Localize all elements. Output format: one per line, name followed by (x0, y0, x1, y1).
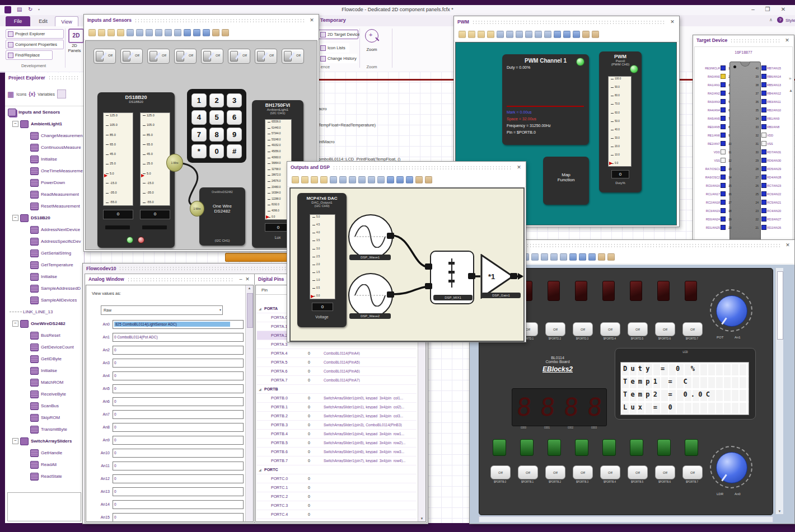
toolbar-icon[interactable] (165, 29, 172, 36)
board-push-button[interactable]: Off (600, 322, 620, 336)
digital-pin-row[interactable]: PORTA.7 0 ComboBL0114(PinA7) (257, 376, 417, 385)
board-push-button[interactable]: Off (600, 465, 620, 479)
slide-switch[interactable]: Off (255, 49, 277, 64)
digital-pin-row[interactable]: PORTC (257, 465, 417, 474)
analog-value-input[interactable]: 0 (113, 410, 244, 419)
toolbar-icon[interactable] (396, 176, 404, 183)
toolbar-icon[interactable] (497, 31, 504, 38)
slide-switch[interactable]: Off (93, 49, 116, 64)
digital-pin-row[interactable]: PORTB.6 0 SwitchArraySlider1(pin6), keyp… (257, 448, 417, 456)
keypad-key[interactable]: 2 (209, 93, 225, 107)
toolbar-icon[interactable] (212, 29, 219, 36)
toolbar-icon[interactable] (301, 176, 308, 183)
board-push-button[interactable]: Off (490, 465, 511, 479)
toolbar-icon[interactable] (487, 31, 494, 38)
tree-item[interactable]: AmbientLight1 (5, 118, 84, 130)
pin-pad[interactable] (721, 65, 726, 70)
board-push-button[interactable]: Off (628, 465, 648, 479)
drag-dots[interactable] (333, 166, 513, 170)
pin-pad[interactable] (721, 200, 726, 205)
tree-item[interactable]: MatchROM (5, 376, 84, 388)
pin-pad[interactable] (761, 141, 766, 146)
digital-pin-row[interactable]: PORTC.3 0 (257, 501, 417, 510)
toolbar-icon[interactable] (184, 29, 191, 36)
pin-pad[interactable] (721, 225, 726, 230)
expander-icon[interactable] (12, 215, 18, 221)
toolbar-icon[interactable] (554, 31, 561, 38)
pwm-channel-block[interactable]: PWM Channel 1 Duty = 0.00% Mark = 0.00us… (502, 54, 589, 145)
thermometer-slider-2[interactable]: 125.0105.085.065.045.025.05.0-15.0-35.0-… (140, 112, 170, 206)
toolbar-icon[interactable] (573, 31, 580, 38)
board-push-button[interactable]: Off (655, 465, 675, 479)
slider-marker[interactable] (609, 162, 612, 165)
tab-edit[interactable]: Edit (34, 16, 53, 26)
toolbar-icon[interactable] (579, 253, 586, 261)
onewire-pad[interactable]: 1-Wire (166, 154, 183, 172)
pin-pad[interactable] (721, 82, 726, 87)
tree-item[interactable]: Inputs and Sensors (5, 106, 84, 118)
board-push-button[interactable]: Off (655, 322, 675, 336)
pin-pad[interactable] (761, 216, 766, 222)
board-push-button[interactable]: Off (573, 465, 593, 479)
toolbar-icon[interactable] (560, 253, 567, 261)
macros-view-icon[interactable] (57, 90, 66, 98)
close-icon[interactable]: ✕ (516, 164, 522, 170)
pin-pad[interactable] (761, 124, 766, 129)
keypad-key[interactable]: 6 (227, 110, 242, 124)
tree-item[interactable]: GetIDByte (5, 353, 84, 365)
toolbar-icon[interactable] (107, 29, 115, 36)
digital-pin-row[interactable]: PORTB.5 0 SwitchArraySlider1(pin5), keyp… (257, 439, 417, 448)
scroll-down-icon[interactable]: ▼ (418, 517, 425, 520)
digital-pin-row[interactable]: PORTB.0 0 SwitchArraySlider1(pin0), keyp… (257, 394, 417, 403)
pin-pad[interactable] (761, 107, 766, 112)
toolbar-icon[interactable] (459, 31, 466, 38)
analog-value-input[interactable]: 0 (113, 487, 244, 496)
tree-item[interactable]: DS18B20 (5, 212, 84, 224)
toolbar-icon[interactable] (468, 31, 475, 38)
toolbar-icon[interactable] (531, 253, 539, 261)
close-icon[interactable]: ✕ (784, 37, 791, 43)
find-replace-button[interactable]: Find/Replace (6, 50, 53, 60)
tree-item[interactable]: Initialise (5, 271, 84, 283)
h-scrollbar[interactable] (479, 516, 773, 522)
keypad-key[interactable]: 5 (209, 110, 225, 124)
scrollbar[interactable]: ▼ (775, 268, 783, 514)
pin-pad[interactable] (761, 166, 766, 171)
pin-pad[interactable] (721, 107, 726, 112)
pin-pad[interactable] (721, 149, 726, 154)
toolbar-icon[interactable] (311, 176, 318, 183)
analog-value-input[interactable]: 0 (113, 371, 244, 380)
keypad-key[interactable]: 0 (209, 144, 225, 158)
pwm-slider[interactable]: 100.090.080.070.060.050.040.030.020.010.… (608, 76, 632, 167)
pin-pad[interactable] (761, 149, 766, 154)
digital-pin-row[interactable]: PORTC.4 0 (257, 510, 417, 519)
board-push-button[interactable]: Off (682, 465, 703, 479)
pin-pad[interactable] (761, 133, 766, 138)
toolbar-icon[interactable] (155, 29, 162, 36)
toolbar-icon[interactable] (563, 31, 570, 38)
switch-knob[interactable] (123, 51, 130, 62)
expander-icon[interactable] (12, 438, 18, 444)
toolbar-icon[interactable] (525, 31, 532, 38)
pin-pad[interactable] (761, 175, 766, 180)
minimize-button[interactable]: – (748, 6, 758, 12)
group-expander-icon[interactable] (257, 387, 264, 391)
scroll-thumb[interactable] (247, 293, 253, 328)
variables-label[interactable]: Variables (38, 92, 55, 97)
keypad-key[interactable]: 1 (191, 93, 207, 107)
slider-marker[interactable] (311, 295, 314, 298)
tree-item[interactable]: Initialise (5, 365, 84, 376)
board-switch[interactable] (630, 439, 643, 456)
slide-switch[interactable]: Off (201, 49, 223, 64)
tree-item[interactable]: PowerDown (5, 177, 84, 189)
toolbar-icon[interactable] (98, 29, 105, 36)
pin-pad[interactable] (761, 225, 766, 230)
flowchart-node[interactable] (225, 253, 289, 262)
toolbar-icon[interactable] (478, 31, 485, 38)
restore-button[interactable]: ❐ (763, 6, 773, 12)
switch-knob[interactable] (149, 51, 157, 62)
icons-view-label[interactable]: Icons (16, 92, 26, 97)
toolbar-icon[interactable] (387, 176, 394, 183)
toolbar-icon[interactable] (330, 176, 337, 183)
tree-item[interactable]: ChangeMeasuremen (5, 130, 84, 142)
